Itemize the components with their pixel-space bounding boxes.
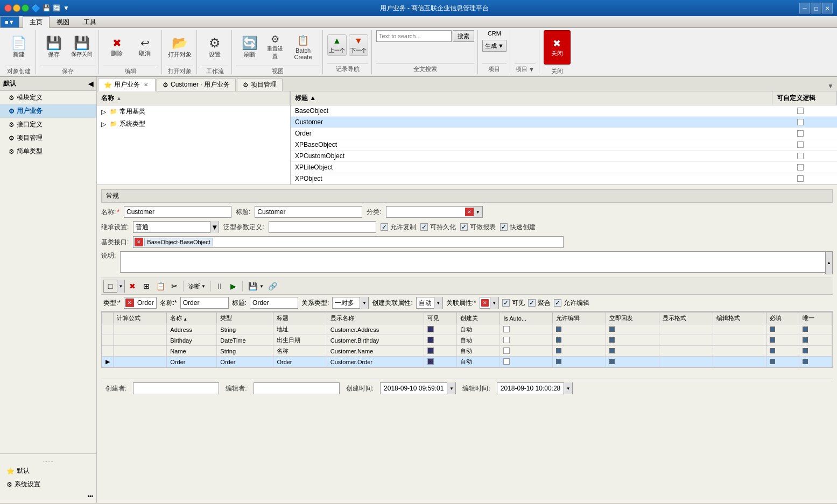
toolbar-save-btn[interactable]: 💾 xyxy=(247,280,259,293)
toolbar-delete-btn[interactable]: ✖ xyxy=(126,280,139,293)
report-checkbox[interactable]: ✓ xyxy=(460,223,468,231)
win-restore-btn[interactable]: ◻ xyxy=(811,3,821,13)
win-minimize-btn[interactable]: ─ xyxy=(799,3,810,13)
classification-input[interactable] xyxy=(386,207,465,217)
classification-dropdown-btn[interactable]: ▼ xyxy=(474,206,482,218)
tree-item-common-base[interactable]: ▷ 📁 常用基类 xyxy=(97,105,290,118)
toolbar-paste-btn[interactable]: 📋 xyxy=(154,280,167,293)
batch-create-button[interactable]: 📋 Batch Create xyxy=(287,30,319,65)
toolbar-diag-dropdown[interactable]: 诊断 ▼ xyxy=(186,280,208,293)
xpobject-check[interactable] xyxy=(797,175,804,182)
customer-check[interactable] xyxy=(797,119,804,125)
list-item-xpliteobject[interactable]: XPLiteObject xyxy=(291,162,837,173)
list-item-xpbaseobject[interactable]: XPBaseObject xyxy=(291,139,837,151)
toolbar-link-btn[interactable]: 🔗 xyxy=(266,280,279,293)
minimize-window-btn[interactable] xyxy=(13,4,20,12)
maximize-window-btn[interactable] xyxy=(22,4,29,12)
visible-checkbox[interactable]: ✓ xyxy=(502,299,510,307)
save-button[interactable]: 💾 保存 xyxy=(40,30,67,65)
tab-customer[interactable]: ⚙ Customer · 用户业务 xyxy=(157,78,236,91)
next-button[interactable]: ▼ 下一个 xyxy=(349,34,368,56)
name-input[interactable] xyxy=(124,206,231,218)
rel-type-dropdown-btn[interactable]: ▼ xyxy=(360,297,368,309)
list-item-xpcustomobject[interactable]: XPCustomObject xyxy=(291,151,837,162)
desc-scroll-btn[interactable]: ▲ xyxy=(825,251,833,274)
ribbon-tab-home[interactable]: 主页 xyxy=(23,16,50,28)
tab-user-service-close-btn[interactable]: ✕ xyxy=(142,81,150,89)
sidebar-footer-default[interactable]: ⭐ 默认 xyxy=(2,464,94,478)
table-row[interactable]: ▶ Order Order Order Customer.Order 自动 xyxy=(102,357,832,367)
sidebar-item-project-mgmt[interactable]: ⚙ 项目管理 xyxy=(0,131,96,145)
allow-copy-checkbox[interactable]: ✓ xyxy=(381,223,388,231)
creator-input[interactable] xyxy=(133,382,219,394)
xpliteobject-check[interactable] xyxy=(797,164,804,171)
title-input[interactable] xyxy=(255,206,362,218)
save-close-button[interactable]: 💾 保存关闭 xyxy=(68,30,95,65)
win-close-btn[interactable]: ✕ xyxy=(822,3,833,13)
prev-button[interactable]: ▲ 上一个 xyxy=(327,34,347,56)
assoc-attr-clear-btn[interactable]: ✕ xyxy=(481,299,489,307)
sidebar-collapse-btn[interactable]: ◀ xyxy=(88,80,93,88)
persist-checkbox[interactable]: ✓ xyxy=(420,223,428,231)
create-time-dropdown-btn[interactable]: ▼ xyxy=(447,382,455,394)
sidebar-item-interface-def[interactable]: ⚙ 接口定义 xyxy=(0,118,96,131)
right-list[interactable]: BaseObject Customer Order XPBaseObj xyxy=(291,105,837,184)
refresh-button[interactable]: 🔄 刷新 xyxy=(236,30,263,65)
delete-button[interactable]: ✖ 删除 xyxy=(103,30,130,65)
toolbar-pause-btn[interactable]: ⏸ xyxy=(213,280,226,293)
rel-title-input[interactable] xyxy=(250,297,298,309)
inherit-dropdown-btn[interactable]: ▼ xyxy=(210,221,219,233)
settings-button[interactable]: ⚙ 设置 xyxy=(201,30,228,65)
list-item-baseobject[interactable]: BaseObject xyxy=(291,105,837,117)
desc-textarea[interactable] xyxy=(120,251,833,273)
open-object-button[interactable]: 📂 打开对象 xyxy=(166,30,193,65)
quick-create-checkbox[interactable]: ✓ xyxy=(500,223,508,231)
table-row[interactable]: Birthday DateTime 出生日期 Customer.Birthday… xyxy=(102,335,832,346)
toolbar-save-dropdown[interactable]: 💾 ▼ xyxy=(245,280,265,293)
search-input[interactable] xyxy=(376,30,452,42)
sidebar-item-module-def[interactable]: ⚙ 模块定义 xyxy=(0,91,96,104)
tab-project[interactable]: ⚙ 项目管理 xyxy=(237,78,283,91)
reset-settings-button[interactable]: ⚙ 重置设置 xyxy=(264,30,286,65)
xpcustomobject-check[interactable] xyxy=(797,153,804,159)
toolbar-play-btn[interactable]: ▶ xyxy=(227,280,240,293)
cancel-button[interactable]: ↩ 取消 xyxy=(131,30,158,65)
agg-checkbox[interactable]: ✓ xyxy=(528,299,536,307)
base-iface-remove-btn[interactable]: ✕ xyxy=(135,238,143,246)
rel-name-input[interactable] xyxy=(180,297,229,309)
sidebar-more-btn[interactable]: ••• xyxy=(2,491,94,501)
editor-input[interactable] xyxy=(254,382,340,394)
create-attr-dropdown-btn[interactable]: ▼ xyxy=(434,297,442,309)
app-menu-btn[interactable]: ■▼ xyxy=(0,16,19,27)
generate-button[interactable]: 生成 ▼ xyxy=(482,40,507,52)
generic-input[interactable] xyxy=(269,221,376,233)
toolbar-new-btn[interactable]: □ xyxy=(104,280,117,293)
close-button[interactable]: ✖ 关闭 xyxy=(544,30,571,65)
tree-content[interactable]: ▷ 📁 常用基类 ▷ 📁 系统类型 xyxy=(97,105,290,184)
new-dropdown-btn[interactable]: ▼ xyxy=(117,280,124,293)
ribbon-tab-tools[interactable]: 工具 xyxy=(76,16,103,27)
sidebar-item-user-service[interactable]: ⚙ 用户业务 xyxy=(0,104,96,118)
toolbar-cut-btn[interactable]: ✂ xyxy=(168,280,181,293)
tree-item-sys-type[interactable]: ▷ 📁 系统类型 xyxy=(97,118,290,130)
list-item-customer[interactable]: Customer xyxy=(291,117,837,128)
order-check[interactable] xyxy=(797,130,804,137)
close-window-btn[interactable] xyxy=(4,4,12,12)
allow-edit-checkbox[interactable]: ✓ xyxy=(554,299,561,307)
search-button[interactable]: 搜索 xyxy=(453,30,474,42)
sidebar-item-simple-type[interactable]: ⚙ 简单类型 xyxy=(0,145,96,158)
new-record-dropdown[interactable]: □ ▼ xyxy=(103,280,125,293)
table-row[interactable]: Address String 地址 Customer.Address 自动 xyxy=(102,324,832,335)
list-item-xpobject[interactable]: XPObject xyxy=(291,173,837,184)
tab-bar-expand-btn[interactable]: ▼ xyxy=(825,81,836,91)
new-button[interactable]: 📄 新建 xyxy=(5,30,32,65)
ribbon-tab-view[interactable]: 视图 xyxy=(50,16,76,27)
edit-time-dropdown-btn[interactable]: ▼ xyxy=(564,382,572,394)
tab-user-service[interactable]: ⭐ 用户业务 ✕ xyxy=(98,78,156,91)
rel-type-clear-btn[interactable]: ✕ xyxy=(125,299,134,307)
toolbar-copy-btn[interactable]: ⊞ xyxy=(140,280,153,293)
baseobject-check[interactable] xyxy=(797,108,804,114)
classification-clear-btn[interactable]: ✕ xyxy=(465,208,474,216)
list-item-order[interactable]: Order xyxy=(291,128,837,139)
table-row[interactable]: Name String 名称 Customer.Name 自动 xyxy=(102,346,832,357)
